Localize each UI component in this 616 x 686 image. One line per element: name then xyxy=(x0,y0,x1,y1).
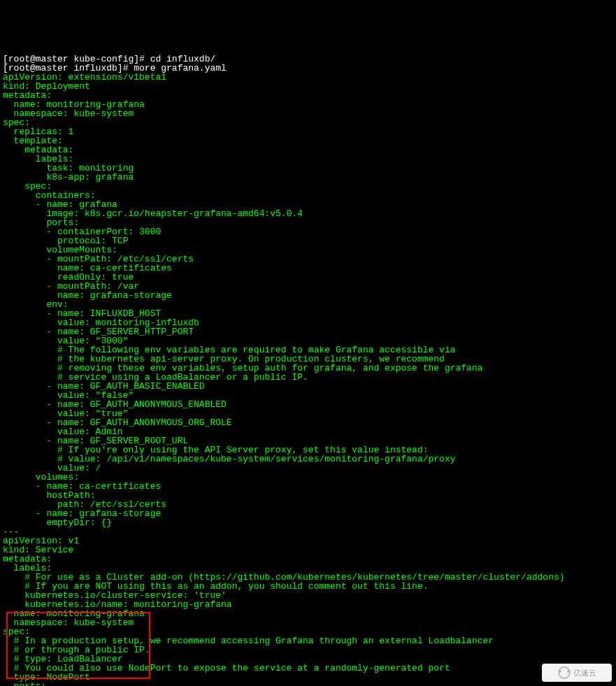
watermark-badge: 亿速云 xyxy=(542,664,612,682)
watermark-logo-icon xyxy=(558,666,571,679)
yaml-output: apiVersion: extensions/v1beta1 kind: Dep… xyxy=(3,73,613,686)
terminal[interactable]: [root@master kube-config]# cd influxdb/ … xyxy=(0,45,616,686)
watermark-text: 亿速云 xyxy=(573,669,596,678)
